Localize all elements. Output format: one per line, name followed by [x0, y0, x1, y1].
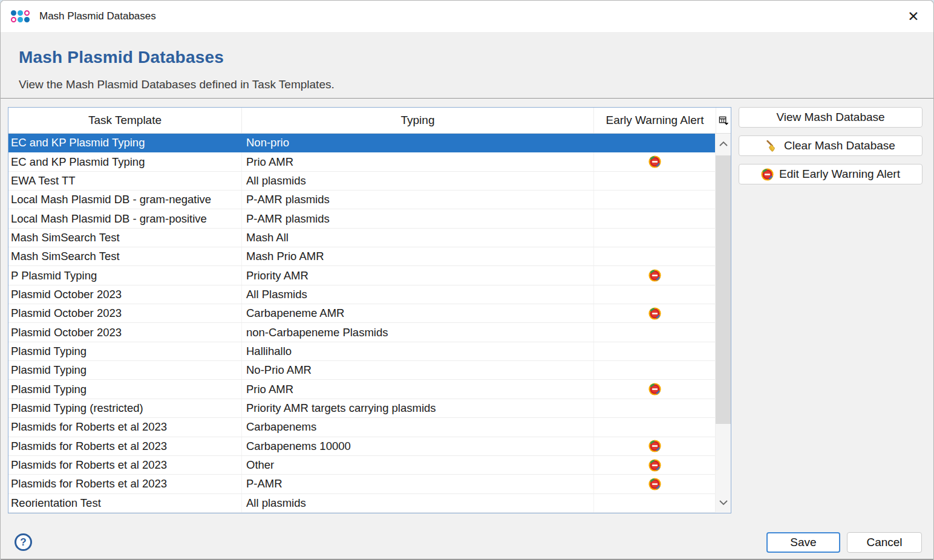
early-warning-alert-cell — [594, 172, 715, 190]
dialog-header: Mash Plasmid Databases View the Mash Pla… — [1, 32, 933, 99]
table-row[interactable]: Plasmid Typing No-Prio AMR — [8, 361, 715, 380]
early-warning-alert-cell — [594, 247, 715, 265]
task-template-cell: EC and KP Plasmid Typing — [8, 152, 242, 171]
task-template-cell: Plasmids for Roberts et al 2023 — [8, 418, 242, 436]
typing-cell: Carbapenems — [242, 418, 594, 436]
table-row[interactable]: Mash SimSearch Test Mash Prio AMR — [8, 247, 715, 266]
scroll-up-icon[interactable] — [716, 135, 731, 153]
early-warning-alert-cell — [594, 494, 715, 512]
typing-cell: Other — [242, 456, 594, 474]
task-template-cell: Local Mash Plasmid DB - gram-positive — [8, 209, 242, 227]
clear-mash-database-label: Clear Mash Database — [784, 139, 895, 152]
table-row[interactable]: Plasmid October 2023 non-Carbapeneme Pla… — [8, 323, 715, 342]
early-warning-alert-cell — [594, 266, 715, 284]
early-warning-alert-icon — [648, 459, 661, 472]
typing-cell: Priority AMR — [242, 266, 594, 284]
column-header-task-template[interactable]: Task Template — [8, 108, 242, 133]
table-row[interactable]: Mash SimSearch Test Mash All — [8, 229, 715, 247]
task-template-cell: Plasmid Typing — [8, 380, 242, 398]
early-warning-alert-icon — [648, 269, 661, 282]
task-template-cell: Local Mash Plasmid DB - gram-negative — [8, 190, 242, 209]
question-mark-icon: ? — [20, 536, 26, 549]
early-warning-alert-cell — [594, 229, 715, 247]
clear-mash-database-button[interactable]: Clear Mash Database — [739, 135, 923, 156]
table-rows: EC and KP Plasmid Typing Non-prio EC and… — [8, 134, 715, 513]
early-warning-alert-cell — [594, 418, 715, 436]
early-warning-alert-cell — [594, 285, 715, 304]
help-button[interactable]: ? — [15, 533, 32, 551]
table-row[interactable]: Plasmids for Roberts et al 2023 Carbapen… — [8, 418, 715, 437]
page-subtitle: View the Mash Plasmid Databases defined … — [19, 78, 335, 91]
early-warning-alert-cell — [594, 152, 715, 171]
table-row[interactable]: P Plasmid Typing Priority AMR — [8, 266, 715, 285]
early-warning-alert-cell — [594, 190, 715, 209]
early-warning-alert-cell — [594, 399, 715, 417]
task-template-cell: Plasmids for Roberts et al 2023 — [8, 437, 242, 455]
mash-databases-table: Task Template Typing Early Warning Alert… — [8, 107, 731, 513]
column-configuration-icon[interactable] — [716, 108, 731, 133]
table-row[interactable]: EWA Test TT All plasmids — [8, 172, 715, 190]
edit-early-warning-alert-label: Edit Early Warning Alert — [779, 168, 900, 181]
table-row[interactable]: Plasmid October 2023 All Plasmids — [8, 285, 715, 304]
task-template-cell: EC and KP Plasmid Typing — [8, 134, 242, 152]
typing-cell: Mash All — [242, 229, 594, 247]
typing-cell: P-AMR — [242, 475, 594, 493]
typing-cell: Hallihallo — [242, 342, 594, 360]
table-row[interactable]: Local Mash Plasmid DB - gram-negative P-… — [8, 190, 715, 209]
typing-cell: non-Carbapeneme Plasmids — [242, 323, 594, 341]
table-row[interactable]: Plasmid Typing Prio AMR — [8, 380, 715, 399]
table-header-row: Task Template Typing Early Warning Alert — [8, 108, 731, 134]
close-button[interactable]: ✕ — [901, 4, 926, 28]
scroll-down-icon[interactable] — [716, 493, 731, 512]
early-warning-alert-cell — [594, 361, 715, 379]
view-mash-database-label: View Mash Database — [776, 111, 884, 124]
task-template-cell: EWA Test TT — [8, 172, 242, 190]
task-template-cell: Plasmid October 2023 — [8, 304, 242, 322]
table-row[interactable]: Reorientation Test All plasmids — [8, 494, 715, 513]
table-row[interactable]: Plasmid Typing Hallihallo — [8, 342, 715, 361]
window-title: Mash Plasmid Databases — [39, 10, 156, 22]
typing-cell: No-Prio AMR — [242, 361, 594, 379]
early-warning-alert-cell — [594, 209, 715, 227]
typing-cell: Prio AMR — [242, 152, 594, 171]
column-header-early-warning-alert[interactable]: Early Warning Alert — [594, 108, 716, 133]
early-warning-alert-icon — [761, 168, 774, 181]
task-template-cell: Plasmid October 2023 — [8, 285, 242, 304]
early-warning-alert-cell — [594, 475, 715, 493]
edit-early-warning-alert-button[interactable]: Edit Early Warning Alert — [739, 164, 923, 184]
typing-cell: All plasmids — [242, 494, 594, 512]
table-row[interactable]: Plasmids for Roberts et al 2023 Carbapen… — [8, 437, 715, 456]
task-template-cell: Plasmid October 2023 — [8, 323, 242, 341]
view-mash-database-button[interactable]: View Mash Database — [739, 107, 923, 128]
early-warning-alert-icon — [648, 478, 661, 490]
task-template-cell: Plasmids for Roberts et al 2023 — [8, 475, 242, 493]
cancel-button[interactable]: Cancel — [847, 532, 922, 553]
typing-cell: P-AMR plasmids — [242, 209, 594, 227]
vertical-scrollbar[interactable] — [715, 134, 731, 513]
early-warning-alert-cell — [594, 437, 715, 455]
task-template-cell: Plasmids for Roberts et al 2023 — [8, 456, 242, 474]
table-row[interactable]: Plasmid Typing (restricted) Priority AMR… — [8, 399, 715, 418]
table-row[interactable]: Plasmid October 2023 Carbapeneme AMR — [8, 304, 715, 323]
app-dots-icon — [11, 10, 30, 22]
table-row[interactable]: EC and KP Plasmid Typing Prio AMR — [8, 152, 715, 171]
column-header-typing[interactable]: Typing — [242, 108, 594, 133]
table-row[interactable]: Plasmids for Roberts et al 2023 Other — [8, 456, 715, 475]
early-warning-alert-icon — [648, 383, 661, 396]
task-template-cell: Plasmid Typing — [8, 361, 242, 379]
table-row[interactable]: Local Mash Plasmid DB - gram-positive P-… — [8, 209, 715, 228]
save-button[interactable]: Save — [766, 532, 840, 553]
typing-cell: P-AMR plasmids — [242, 190, 594, 209]
page-title: Mash Plasmid Databases — [19, 48, 224, 67]
scrollbar-thumb[interactable] — [716, 155, 731, 424]
early-warning-alert-icon — [648, 307, 661, 320]
early-warning-alert-cell — [594, 342, 715, 360]
typing-cell: Carbapenems 10000 — [242, 437, 594, 455]
table-row[interactable]: Plasmids for Roberts et al 2023 P-AMR — [8, 475, 715, 493]
early-warning-alert-icon — [648, 440, 661, 452]
typing-cell: All plasmids — [242, 172, 594, 190]
early-warning-alert-cell — [594, 456, 715, 474]
table-row[interactable]: EC and KP Plasmid Typing Non-prio — [8, 134, 715, 152]
early-warning-alert-cell — [594, 380, 715, 398]
table-body: EC and KP Plasmid Typing Non-prio EC and… — [8, 134, 731, 513]
